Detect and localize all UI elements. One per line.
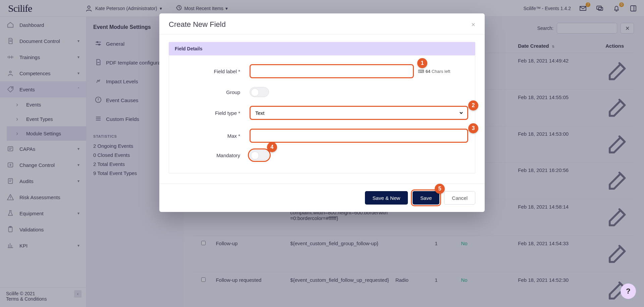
label-field-label: Field label * (176, 69, 250, 74)
field-type-select-wrap: Text (250, 106, 468, 120)
save-and-new-button[interactable]: Save & New (365, 191, 408, 205)
modal-body: Field Details Field label * 1 ⌨ 64 Chars… (159, 35, 485, 183)
max-input[interactable] (254, 130, 464, 142)
marker-3: 3 (468, 123, 478, 133)
modal-footer: Save & New Save 5 Cancel (159, 183, 485, 212)
field-type-select[interactable]: Text (254, 107, 464, 119)
group-toggle[interactable] (250, 87, 269, 97)
label-field-type: Field type * (176, 110, 250, 116)
save-button[interactable]: Save (413, 191, 439, 205)
marker-5: 5 (435, 184, 445, 194)
form: Field label * 1 ⌨ 64 Chars left G (169, 55, 475, 173)
section-title: Field Details (169, 42, 475, 55)
modal-title: Create New Field (169, 20, 226, 29)
field-label-input-wrap (250, 64, 414, 78)
help-fab[interactable]: ? (621, 283, 636, 299)
close-icon[interactable]: × (471, 21, 475, 29)
label-group: Group (176, 89, 250, 95)
marker-1: 1 (417, 58, 427, 68)
modal-overlay: Create New Field × Field Details Field l… (0, 0, 644, 307)
modal-header: Create New Field × (159, 13, 485, 35)
create-field-modal: Create New Field × Field Details Field l… (159, 13, 485, 212)
keyboard-icon: ⌨ (418, 69, 424, 74)
label-max: Max * (176, 133, 250, 139)
marker-4: 4 (267, 142, 277, 152)
marker-2: 2 (468, 100, 478, 111)
field-label-input[interactable] (254, 65, 410, 77)
chars-left: ⌨ 64 Chars left (418, 69, 450, 74)
cancel-button[interactable]: Cancel (444, 191, 475, 205)
max-input-wrap (250, 129, 468, 143)
mandatory-toggle[interactable] (250, 150, 269, 160)
label-mandatory: Mandatory (176, 152, 250, 158)
